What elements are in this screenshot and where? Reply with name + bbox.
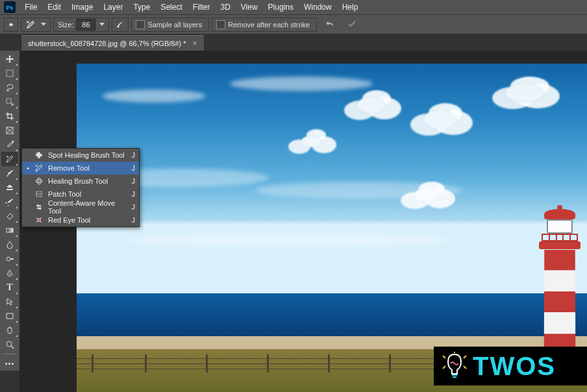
- app-icon: Ps: [4, 1, 16, 13]
- content-aware-move-icon: [34, 202, 44, 212]
- menu-image[interactable]: Image: [66, 2, 98, 12]
- menu-filter[interactable]: Filter: [188, 2, 216, 12]
- pen-tool[interactable]: [1, 266, 18, 280]
- toolbox: T •••: [0, 51, 19, 371]
- quick-select-tool[interactable]: [1, 95, 18, 109]
- lighthouse: [535, 210, 584, 366]
- svg-point-2: [118, 25, 119, 27]
- document-tab[interactable]: shutterstock_608784728.jpg @ 66,7% (RGB/…: [21, 35, 205, 51]
- menu-help[interactable]: Help: [337, 2, 364, 12]
- flyout-item-label: Remove Tool: [48, 164, 128, 172]
- brush-size-control[interactable]: Size: 86: [53, 18, 109, 32]
- sea: [77, 293, 587, 336]
- remove-after-stroke-checkbox[interactable]: Remove after each stroke: [212, 18, 317, 32]
- tool-preset-picker[interactable]: [21, 18, 51, 32]
- menu-plugins[interactable]: Plugins: [263, 2, 299, 12]
- menu-bar: Ps File Edit Image Layer Type Select Fil…: [0, 0, 587, 14]
- healing-brush-icon: [34, 176, 44, 186]
- svg-rect-12: [10, 258, 14, 260]
- menu-window[interactable]: Window: [299, 2, 337, 12]
- blur-tool[interactable]: [1, 238, 18, 252]
- commit-button[interactable]: [343, 19, 361, 30]
- flyout-item-patch[interactable]: Patch Tool J: [22, 188, 139, 201]
- svg-rect-14: [6, 313, 13, 319]
- hand-tool[interactable]: [1, 323, 18, 337]
- brush-settings-button[interactable]: [112, 18, 129, 32]
- menu-select[interactable]: Select: [155, 2, 187, 12]
- flyout-item-shortcut: J: [132, 151, 136, 159]
- svg-rect-5: [6, 99, 11, 103]
- dodge-tool[interactable]: [1, 252, 18, 266]
- flyout-item-remove[interactable]: • Remove Tool J: [22, 162, 139, 175]
- flyout-item-content-aware-move[interactable]: Content-Aware Move Tool J: [22, 201, 139, 214]
- menu-file[interactable]: File: [19, 2, 42, 12]
- undo-stroke-button[interactable]: [319, 19, 340, 30]
- checkbox-icon: [136, 20, 145, 29]
- menu-3d[interactable]: 3D: [215, 2, 235, 12]
- flyout-item-shortcut: J: [132, 177, 136, 185]
- menu-edit[interactable]: Edit: [42, 2, 66, 12]
- svg-rect-18: [36, 154, 42, 156]
- history-brush-tool[interactable]: [1, 195, 18, 209]
- rectangle-tool[interactable]: [1, 309, 18, 323]
- gradient-tool[interactable]: [1, 223, 18, 238]
- flyout-item-label: Healing Brush Tool: [48, 177, 128, 185]
- healing-tool-flyout: Spot Healing Brush Tool J • Remove Tool …: [21, 148, 140, 227]
- svg-rect-22: [36, 191, 42, 197]
- flyout-item-spot-healing[interactable]: Spot Healing Brush Tool J: [22, 149, 139, 162]
- flyout-item-label: Red Eye Tool: [48, 216, 128, 224]
- remove-tool-icon: [25, 19, 36, 30]
- document-tab-title: shutterstock_608784728.jpg @ 66,7% (RGB/…: [28, 40, 186, 47]
- flyout-item-shortcut: J: [132, 216, 136, 224]
- eyedropper-tool[interactable]: [1, 138, 18, 152]
- brush-size-value[interactable]: 86: [76, 19, 95, 31]
- flyout-item-label: Spot Healing Brush Tool: [48, 151, 128, 159]
- eraser-tool[interactable]: [1, 209, 18, 223]
- flyout-item-label: Content-Aware Move Tool: [48, 199, 128, 215]
- svg-rect-10: [6, 228, 13, 232]
- menu-layer[interactable]: Layer: [98, 2, 128, 12]
- svg-rect-20: [38, 178, 40, 184]
- type-tool[interactable]: T: [1, 280, 18, 295]
- zoom-tool[interactable]: [1, 337, 18, 352]
- svg-point-25: [38, 219, 40, 221]
- flyout-item-shortcut: J: [132, 203, 136, 211]
- home-icon: [8, 20, 14, 29]
- clone-stamp-tool[interactable]: [1, 180, 18, 195]
- red-eye-icon: [34, 215, 44, 225]
- move-tool[interactable]: [1, 52, 18, 66]
- marquee-tool[interactable]: [1, 66, 18, 80]
- flyout-item-healing-brush[interactable]: Healing Brush Tool J: [22, 175, 139, 188]
- remove-after-stroke-label: Remove after each stroke: [228, 21, 312, 29]
- frame-tool[interactable]: [1, 123, 18, 138]
- fence: [77, 354, 457, 373]
- chevron-down-icon: [99, 23, 105, 26]
- watermark: TWOS: [434, 347, 587, 386]
- svg-point-4: [7, 90, 9, 92]
- menu-view[interactable]: View: [236, 2, 263, 12]
- path-select-tool[interactable]: [1, 295, 18, 309]
- flyout-item-shortcut: J: [132, 190, 136, 198]
- watermark-text: TWOS: [473, 352, 556, 381]
- svg-point-19: [36, 153, 38, 154]
- svg-rect-3: [6, 70, 13, 77]
- document-tab-bar: shutterstock_608784728.jpg @ 66,7% (RGB/…: [0, 34, 587, 51]
- patch-tool-icon: [34, 189, 44, 199]
- svg-point-13: [9, 273, 10, 275]
- menu-type[interactable]: Type: [128, 2, 155, 12]
- svg-point-11: [6, 257, 10, 261]
- checkbox-icon: [216, 20, 225, 29]
- crop-tool[interactable]: [1, 109, 18, 123]
- lasso-tool[interactable]: [1, 80, 18, 95]
- healing-tool[interactable]: [1, 152, 18, 166]
- home-button[interactable]: [4, 18, 18, 32]
- svg-point-9: [12, 141, 14, 143]
- canvas[interactable]: [77, 64, 587, 392]
- lightbulb-icon: [442, 352, 468, 380]
- close-tab-button[interactable]: ×: [193, 39, 197, 48]
- brush-tool[interactable]: [1, 166, 18, 180]
- sample-all-layers-checkbox[interactable]: Sample all layers: [131, 18, 209, 32]
- flyout-item-red-eye[interactable]: Red Eye Tool J: [22, 214, 139, 227]
- edit-toolbar-button[interactable]: •••: [1, 356, 18, 371]
- options-bar: Size: 86 Sample all layers Remove after …: [0, 14, 587, 34]
